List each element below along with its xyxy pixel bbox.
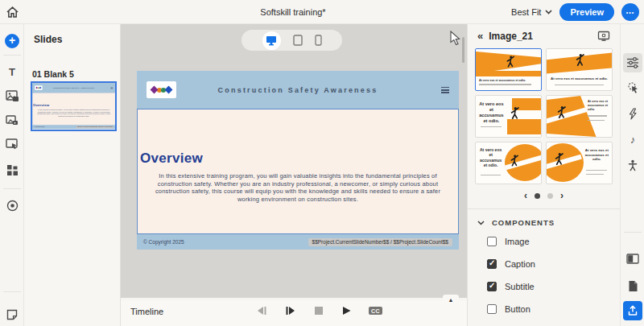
text-line (588, 120, 605, 122)
collapse-panel-button[interactable]: « (477, 32, 483, 40)
text-line (481, 126, 502, 128)
orange-block (507, 119, 541, 134)
left-toolbar: + T (0, 24, 24, 326)
device-desktop-button[interactable] (262, 31, 281, 50)
tablet-icon[interactable] (293, 35, 303, 46)
play-button[interactable] (341, 306, 351, 316)
image-icon (6, 90, 19, 101)
slide-paragraph: In this extensive training program, you … (144, 172, 452, 203)
mini-slide-paragraph: In this extensive training program, you … (34, 109, 114, 118)
add-slide-button[interactable]: + (0, 31, 24, 52)
timeline-label[interactable]: Timeline (130, 300, 163, 323)
mini-copyright: © Copyright 2025 (34, 126, 44, 128)
slide-thumbnail-preview: Construction Safety Awareness Overview I… (32, 83, 115, 129)
thumbnail-caption: At vero eos et accusamus et odio. (584, 148, 609, 162)
top-bar: Softskill training* Best Fit Preview ••• (0, 0, 644, 24)
media-tool-button[interactable] (0, 109, 24, 130)
component-row-card[interactable]: Card (468, 320, 620, 326)
document-tab[interactable] (621, 275, 644, 296)
checkbox-subtitle[interactable] (487, 282, 497, 291)
logo (35, 85, 43, 89)
chevron-down-icon (477, 221, 485, 225)
logo-shape (165, 86, 173, 94)
copyright-text: © Copyright 2025 (143, 239, 184, 245)
template-thumbnail-grid: At vero eos et accusamus et odio. At ver… (468, 47, 620, 184)
thumbnail-carousel: ‹ › (468, 192, 620, 200)
zoom-fit-label: Best Fit (511, 7, 541, 17)
preview-display-icon[interactable] (597, 31, 610, 42)
mini-slide-title: Construction Safety Awareness (32, 87, 115, 89)
component-row-subtitle[interactable]: Subtitle (468, 275, 620, 298)
right-toolbar: ♪ (620, 24, 644, 326)
checkbox-image[interactable] (487, 237, 497, 246)
template-thumbnail-2[interactable]: At vero eos et accusamus et odio. (546, 48, 613, 91)
thumbnail-caption: At vero eos et accusamus et odio. (478, 147, 503, 167)
template-thumbnail-4[interactable]: At vero eos et accusamus et odio. (546, 95, 613, 138)
phone-icon[interactable] (315, 35, 322, 46)
component-row-caption[interactable]: Caption (468, 253, 620, 275)
thumbnail-caption: At vero eos et accusamus et odio. (551, 76, 608, 81)
accessibility-tab[interactable] (621, 155, 644, 175)
component-row-button[interactable]: Button (468, 298, 620, 320)
carousel-next-button[interactable]: › (560, 192, 564, 200)
canvas-scrollbar[interactable] (462, 37, 464, 63)
more-options-button[interactable]: ••• (621, 3, 639, 21)
share-button[interactable] (623, 301, 642, 320)
checkbox-label: Image (505, 237, 530, 246)
stop-button[interactable] (314, 306, 324, 316)
closed-captions-button[interactable]: CC (369, 307, 382, 315)
carousel-dot-1[interactable] (535, 193, 540, 199)
image-tool-button[interactable] (0, 85, 24, 106)
carousel-dot-2[interactable] (547, 193, 553, 199)
text-line (481, 175, 500, 176)
properties-tab-selected[interactable] (623, 53, 642, 72)
properties-panel: « Image_21 At vero eos et accusamus et o… (467, 24, 620, 326)
component-row-image[interactable]: Image (468, 230, 620, 253)
template-thumbnail-1[interactable]: At vero eos et accusamus et odio. (475, 48, 542, 91)
thumbnail-caption: At vero eos et accusamus et odio. (479, 79, 526, 82)
layout-tab[interactable] (621, 248, 644, 269)
divider (624, 232, 642, 233)
worker-figure-icon (574, 53, 586, 67)
components-title: COMPONENTS (492, 218, 555, 227)
mini-slide-footer: © Copyright 2025 $$Project.CurrentSlideN… (32, 125, 115, 129)
carousel-prev-button[interactable]: ‹ (524, 192, 527, 200)
template-thumbnail-3[interactable]: At vero eos et accusamus et odio. (475, 95, 542, 138)
text-tool-button[interactable]: T (0, 61, 24, 82)
preview-button[interactable]: Preview (559, 3, 614, 21)
interaction-tab[interactable] (621, 77, 644, 98)
zoom-fit-dropdown[interactable]: Best Fit (511, 7, 552, 17)
worker-figure-icon (553, 152, 565, 166)
canvas[interactable]: Construction Safety Awareness Overview I… (121, 24, 467, 298)
interactive-tool-button[interactable] (0, 134, 24, 155)
screen-pointer-icon (6, 138, 19, 150)
checkbox-button[interactable] (487, 304, 497, 314)
components-section-header[interactable]: COMPONENTS (468, 209, 620, 230)
slide-thumbnail[interactable]: Construction Safety Awareness Overview I… (31, 81, 117, 131)
record-tool-button[interactable] (0, 195, 24, 216)
slide[interactable]: Construction Safety Awareness Overview I… (137, 71, 459, 250)
checkbox-caption[interactable] (487, 259, 497, 269)
timeline-collapse-button[interactable]: ▲ (443, 295, 459, 304)
share-icon (627, 305, 638, 316)
step-forward-button[interactable] (285, 306, 296, 316)
slide-header[interactable]: Construction Safety Awareness (137, 71, 459, 109)
media-icon (6, 114, 19, 126)
template-thumbnail-6[interactable]: At vero eos et accusamus et odio. (546, 142, 613, 184)
components-tool-button[interactable] (0, 159, 24, 180)
audio-tab[interactable]: ♪ (621, 129, 644, 150)
accessibility-icon (627, 159, 638, 171)
template-thumbnail-5[interactable]: At vero eos et accusamus et odio. (475, 142, 542, 184)
menu-icon[interactable] (441, 87, 449, 95)
effects-tab[interactable] (621, 103, 644, 124)
notes-button[interactable] (0, 304, 24, 325)
text-line (586, 174, 605, 175)
slide-body-selected[interactable]: Overview In this extensive training prog… (137, 109, 459, 234)
app-window: Softskill training* Best Fit Preview •••… (0, 0, 644, 326)
step-back-button[interactable] (256, 306, 267, 316)
layout-monitor-icon (626, 254, 639, 264)
orange-band (476, 71, 541, 77)
worker-figure-icon (505, 56, 516, 68)
music-note-icon: ♪ (630, 134, 636, 146)
divider (3, 188, 21, 189)
